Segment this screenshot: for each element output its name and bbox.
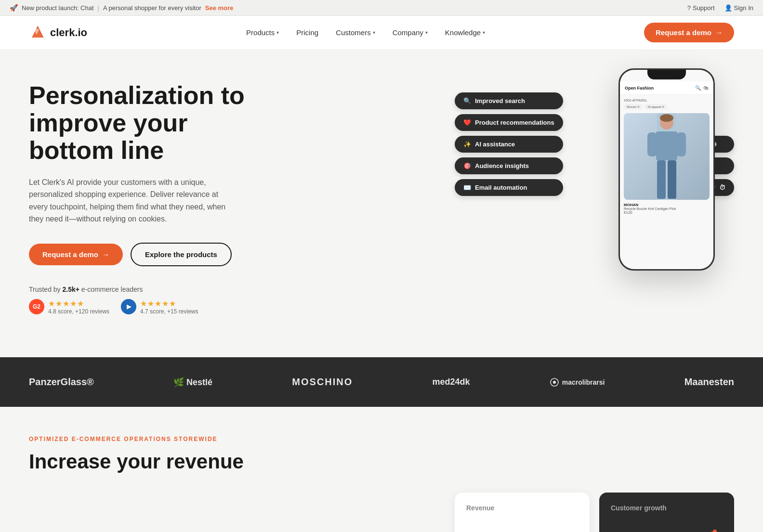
- revenue-chart: +23%: [466, 519, 578, 532]
- announcement-text2: A personal shopper for every visitor: [103, 4, 201, 12]
- revenue-label: OPTIMIZED E-COMMERCE OPERATIONS STOREWID…: [29, 436, 318, 442]
- reviews-row: G2 ★★★★★ 4.8 score, +120 reviews ▶ ★★★★★…: [29, 299, 260, 315]
- nav-company[interactable]: Company ▾: [386, 25, 434, 40]
- phone-screen: Open Fashion 🔍 🛍 4500 APPAREL Women ✕ Al…: [620, 70, 713, 269]
- nav-request-demo-button[interactable]: Request a demo →: [644, 23, 734, 42]
- chevron-down-icon: ▾: [425, 30, 428, 35]
- clock-icon: ⏱: [719, 184, 725, 191]
- hero-section: Personalization to improve your bottom l…: [0, 49, 763, 357]
- g2-score: 4.8 score, +120 reviews: [48, 308, 109, 315]
- ai-icon: ✨: [463, 141, 471, 148]
- announcement-left: 🚀 New product launch: Chat | A personal …: [10, 4, 233, 12]
- announcement-right: ? Support 👤 Sign In: [687, 4, 753, 12]
- phone-category: 4500 APPAREL: [624, 99, 710, 102]
- gauge-chart: [493, 524, 551, 532]
- rocket-icon: 🚀: [10, 4, 18, 12]
- revenue-text: OPTIMIZED E-COMMERCE OPERATIONS STOREWID…: [29, 436, 318, 473]
- brands-section: PanzerGlass® 🌿 Nestlé MOSCHINO med24dk m…: [0, 357, 763, 407]
- phone-store-logo: Open Fashion: [625, 86, 654, 91]
- support-link[interactable]: ? Support: [687, 4, 715, 12]
- phone-header: Open Fashion 🔍 🛍: [620, 81, 713, 95]
- nav-products[interactable]: Products ▾: [239, 25, 286, 40]
- chevron-down-icon: ▾: [373, 30, 375, 35]
- announcement-bar: 🚀 New product launch: Chat | A personal …: [0, 0, 763, 16]
- svg-point-19: [713, 530, 717, 532]
- growth-card-title: Customer growth: [611, 504, 723, 512]
- line-chart: [614, 524, 720, 532]
- announcement-text: New product launch: Chat: [22, 4, 94, 12]
- pill-email-automation[interactable]: ✉️ Email automation: [455, 179, 563, 196]
- pill-ai-assistance[interactable]: ✨ AI assistance: [455, 136, 563, 153]
- svg-point-10: [660, 114, 673, 122]
- arrow-icon: →: [715, 28, 723, 37]
- hero-request-demo-button[interactable]: Request a demo →: [29, 244, 123, 265]
- phone-mockup: Open Fashion 🔍 🛍 4500 APPAREL Women ✕ Al…: [618, 68, 715, 271]
- g2-stars: ★★★★★: [48, 299, 109, 308]
- trust-label: Trusted by 2.5k+ e-commerce leaders: [29, 285, 260, 293]
- brand-moschino: MOSCHINO: [292, 376, 353, 388]
- phone-product-name: MOHAN: [624, 203, 710, 207]
- revenue-card-title: Revenue: [466, 504, 578, 512]
- growth-chart: [611, 519, 723, 532]
- model-figure: [624, 113, 710, 200]
- phone-product-desc: Recycle Boucle Knit Cardigan Pink: [624, 207, 710, 210]
- hero-right: 🔍 Improved search ❤️ Product recommendat…: [455, 78, 734, 319]
- capterra-score: 4.7 score, +15 reviews: [140, 308, 198, 315]
- trust-section: Trusted by 2.5k+ e-commerce leaders G2 ★…: [29, 285, 260, 315]
- nav-customers[interactable]: Customers ▾: [329, 25, 382, 40]
- svg-rect-9: [668, 160, 676, 199]
- search-icon: 🔍: [463, 97, 471, 104]
- nav-pricing[interactable]: Pricing: [289, 25, 325, 40]
- signin-link[interactable]: 👤 Sign In: [724, 4, 753, 12]
- pill-product-recommendations[interactable]: ❤️ Product recommendations: [455, 114, 563, 131]
- revenue-card-revenue: Revenue +23%: [455, 493, 590, 532]
- phone-product-price: €120: [624, 210, 710, 215]
- feature-pills-left: 🔍 Improved search ❤️ Product recommendat…: [455, 92, 563, 196]
- svg-rect-6: [647, 132, 657, 156]
- phone-search-icon: 🔍: [695, 85, 701, 91]
- capterra-stars: ★★★★★: [140, 299, 198, 308]
- heart-icon: ❤️: [463, 119, 471, 126]
- phone-product-image: [624, 113, 710, 200]
- help-icon: ?: [687, 4, 691, 12]
- hero-explore-button[interactable]: Explore the products: [131, 243, 232, 266]
- svg-rect-7: [676, 132, 686, 156]
- see-more-link[interactable]: See more: [205, 4, 234, 12]
- logo-icon: [29, 24, 46, 41]
- pill-audience-insights[interactable]: 🎯 Audience insights: [455, 157, 563, 174]
- chevron-down-icon: ▾: [276, 30, 279, 35]
- revenue-cards: Revenue +23% Customer growth: [29, 493, 734, 532]
- brand-macrolibrarsi: macrolibrarsi: [550, 377, 605, 387]
- target-icon: 🎯: [463, 162, 471, 169]
- revenue-title: Increase your revenue: [29, 450, 318, 473]
- phone-nav-icons: 🔍 🛍: [695, 85, 709, 91]
- brand-med24: med24dk: [432, 377, 470, 387]
- phone-tag-women: Women ✕: [624, 104, 643, 109]
- hero-description: Let Clerk's AI provide your customers wi…: [29, 176, 231, 225]
- phone-tags: Women ✕ All apparel ✕: [624, 104, 710, 109]
- hero-left: Personalization to improve your bottom l…: [29, 82, 260, 315]
- email-icon: ✉️: [463, 184, 471, 191]
- brand-panzerglass: PanzerGlass®: [29, 376, 94, 388]
- svg-rect-5: [656, 131, 677, 160]
- announcement-separator: |: [98, 4, 99, 12]
- revenue-card-growth: Customer growth: [599, 493, 734, 532]
- logo-text: clerk.io: [50, 26, 87, 39]
- user-icon: 👤: [724, 4, 732, 12]
- phone-notch: [647, 70, 686, 79]
- hero-title: Personalization to improve your bottom l…: [29, 82, 260, 165]
- macro-icon: [550, 377, 559, 387]
- svg-rect-8: [657, 160, 666, 199]
- arrow-icon: →: [102, 250, 109, 259]
- nav-knowledge[interactable]: Knowledge ▾: [438, 25, 492, 40]
- pill-improved-search[interactable]: 🔍 Improved search: [455, 92, 563, 109]
- trust-count: 2.5k+: [63, 285, 79, 293]
- phone-product-area: 4500 APPAREL Women ✕ All apparel ✕: [620, 95, 713, 219]
- capterra-badge: ▶: [121, 299, 136, 314]
- phone-tag-apparel: All apparel ✕: [645, 104, 667, 109]
- svg-point-12: [553, 381, 556, 384]
- capterra-review: ▶ ★★★★★ 4.7 score, +15 reviews: [121, 299, 198, 315]
- phone-cart-icon: 🛍: [704, 85, 709, 91]
- logo[interactable]: clerk.io: [29, 24, 87, 41]
- navbar: clerk.io Products ▾ Pricing Customers ▾ …: [0, 16, 763, 49]
